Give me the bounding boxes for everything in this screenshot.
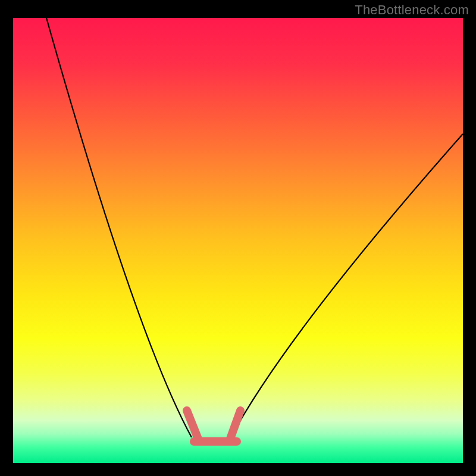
curve-layer <box>13 18 463 463</box>
accent-right <box>230 411 240 440</box>
chart-stage: TheBottleneck.com <box>0 0 476 476</box>
accent-group <box>187 411 240 441</box>
watermark-text: TheBottleneck.com <box>355 2 469 18</box>
plot-frame <box>13 18 463 463</box>
accent-left <box>187 411 199 440</box>
left-curve <box>46 18 192 437</box>
right-curve <box>231 134 463 437</box>
